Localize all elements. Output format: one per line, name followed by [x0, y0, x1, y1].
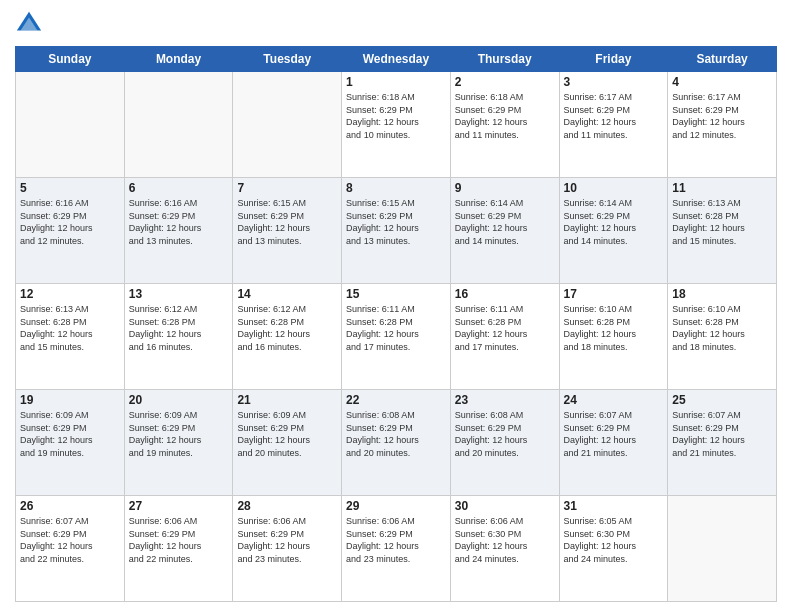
day-info: Sunrise: 6:08 AM Sunset: 6:29 PM Dayligh… [346, 409, 446, 459]
calendar-cell: 30Sunrise: 6:06 AM Sunset: 6:30 PM Dayli… [450, 496, 559, 602]
day-number: 30 [455, 499, 555, 513]
calendar-day-header: Saturday [668, 47, 777, 72]
day-number: 12 [20, 287, 120, 301]
calendar-week-row: 19Sunrise: 6:09 AM Sunset: 6:29 PM Dayli… [16, 390, 777, 496]
logo-icon [15, 10, 43, 38]
day-number: 29 [346, 499, 446, 513]
calendar-cell: 1Sunrise: 6:18 AM Sunset: 6:29 PM Daylig… [342, 72, 451, 178]
calendar-cell: 14Sunrise: 6:12 AM Sunset: 6:28 PM Dayli… [233, 284, 342, 390]
day-number: 17 [564, 287, 664, 301]
day-info: Sunrise: 6:05 AM Sunset: 6:30 PM Dayligh… [564, 515, 664, 565]
day-info: Sunrise: 6:14 AM Sunset: 6:29 PM Dayligh… [564, 197, 664, 247]
day-number: 9 [455, 181, 555, 195]
calendar-week-row: 5Sunrise: 6:16 AM Sunset: 6:29 PM Daylig… [16, 178, 777, 284]
day-number: 11 [672, 181, 772, 195]
calendar-cell: 21Sunrise: 6:09 AM Sunset: 6:29 PM Dayli… [233, 390, 342, 496]
day-number: 18 [672, 287, 772, 301]
calendar-cell: 29Sunrise: 6:06 AM Sunset: 6:29 PM Dayli… [342, 496, 451, 602]
day-number: 16 [455, 287, 555, 301]
calendar-cell: 3Sunrise: 6:17 AM Sunset: 6:29 PM Daylig… [559, 72, 668, 178]
day-info: Sunrise: 6:06 AM Sunset: 6:29 PM Dayligh… [346, 515, 446, 565]
logo [15, 10, 47, 38]
day-info: Sunrise: 6:08 AM Sunset: 6:29 PM Dayligh… [455, 409, 555, 459]
day-info: Sunrise: 6:10 AM Sunset: 6:28 PM Dayligh… [672, 303, 772, 353]
day-number: 5 [20, 181, 120, 195]
calendar-cell: 28Sunrise: 6:06 AM Sunset: 6:29 PM Dayli… [233, 496, 342, 602]
day-number: 7 [237, 181, 337, 195]
day-info: Sunrise: 6:09 AM Sunset: 6:29 PM Dayligh… [129, 409, 229, 459]
calendar-cell: 17Sunrise: 6:10 AM Sunset: 6:28 PM Dayli… [559, 284, 668, 390]
calendar-cell: 23Sunrise: 6:08 AM Sunset: 6:29 PM Dayli… [450, 390, 559, 496]
day-info: Sunrise: 6:10 AM Sunset: 6:28 PM Dayligh… [564, 303, 664, 353]
calendar-cell [124, 72, 233, 178]
calendar-cell: 15Sunrise: 6:11 AM Sunset: 6:28 PM Dayli… [342, 284, 451, 390]
day-info: Sunrise: 6:09 AM Sunset: 6:29 PM Dayligh… [20, 409, 120, 459]
calendar-day-header: Monday [124, 47, 233, 72]
day-number: 2 [455, 75, 555, 89]
day-info: Sunrise: 6:15 AM Sunset: 6:29 PM Dayligh… [237, 197, 337, 247]
calendar-cell: 22Sunrise: 6:08 AM Sunset: 6:29 PM Dayli… [342, 390, 451, 496]
calendar-cell: 11Sunrise: 6:13 AM Sunset: 6:28 PM Dayli… [668, 178, 777, 284]
calendar-week-row: 26Sunrise: 6:07 AM Sunset: 6:29 PM Dayli… [16, 496, 777, 602]
day-number: 22 [346, 393, 446, 407]
calendar-cell: 12Sunrise: 6:13 AM Sunset: 6:28 PM Dayli… [16, 284, 125, 390]
day-info: Sunrise: 6:17 AM Sunset: 6:29 PM Dayligh… [672, 91, 772, 141]
day-info: Sunrise: 6:16 AM Sunset: 6:29 PM Dayligh… [20, 197, 120, 247]
calendar-week-row: 1Sunrise: 6:18 AM Sunset: 6:29 PM Daylig… [16, 72, 777, 178]
day-number: 19 [20, 393, 120, 407]
calendar-cell: 4Sunrise: 6:17 AM Sunset: 6:29 PM Daylig… [668, 72, 777, 178]
day-info: Sunrise: 6:18 AM Sunset: 6:29 PM Dayligh… [455, 91, 555, 141]
calendar-cell: 8Sunrise: 6:15 AM Sunset: 6:29 PM Daylig… [342, 178, 451, 284]
day-number: 20 [129, 393, 229, 407]
day-info: Sunrise: 6:18 AM Sunset: 6:29 PM Dayligh… [346, 91, 446, 141]
day-info: Sunrise: 6:06 AM Sunset: 6:29 PM Dayligh… [129, 515, 229, 565]
day-info: Sunrise: 6:11 AM Sunset: 6:28 PM Dayligh… [346, 303, 446, 353]
day-number: 24 [564, 393, 664, 407]
calendar-cell: 16Sunrise: 6:11 AM Sunset: 6:28 PM Dayli… [450, 284, 559, 390]
calendar-cell: 26Sunrise: 6:07 AM Sunset: 6:29 PM Dayli… [16, 496, 125, 602]
day-info: Sunrise: 6:13 AM Sunset: 6:28 PM Dayligh… [672, 197, 772, 247]
calendar-cell: 13Sunrise: 6:12 AM Sunset: 6:28 PM Dayli… [124, 284, 233, 390]
day-info: Sunrise: 6:06 AM Sunset: 6:29 PM Dayligh… [237, 515, 337, 565]
day-info: Sunrise: 6:07 AM Sunset: 6:29 PM Dayligh… [20, 515, 120, 565]
calendar-day-header: Friday [559, 47, 668, 72]
calendar-cell: 10Sunrise: 6:14 AM Sunset: 6:29 PM Dayli… [559, 178, 668, 284]
calendar-day-header: Tuesday [233, 47, 342, 72]
day-info: Sunrise: 6:14 AM Sunset: 6:29 PM Dayligh… [455, 197, 555, 247]
day-info: Sunrise: 6:06 AM Sunset: 6:30 PM Dayligh… [455, 515, 555, 565]
day-number: 23 [455, 393, 555, 407]
calendar-cell [233, 72, 342, 178]
day-info: Sunrise: 6:15 AM Sunset: 6:29 PM Dayligh… [346, 197, 446, 247]
calendar-cell: 9Sunrise: 6:14 AM Sunset: 6:29 PM Daylig… [450, 178, 559, 284]
day-info: Sunrise: 6:07 AM Sunset: 6:29 PM Dayligh… [564, 409, 664, 459]
calendar-header-row: SundayMondayTuesdayWednesdayThursdayFrid… [16, 47, 777, 72]
day-number: 8 [346, 181, 446, 195]
calendar-cell: 2Sunrise: 6:18 AM Sunset: 6:29 PM Daylig… [450, 72, 559, 178]
calendar-cell: 19Sunrise: 6:09 AM Sunset: 6:29 PM Dayli… [16, 390, 125, 496]
day-info: Sunrise: 6:13 AM Sunset: 6:28 PM Dayligh… [20, 303, 120, 353]
calendar-cell: 5Sunrise: 6:16 AM Sunset: 6:29 PM Daylig… [16, 178, 125, 284]
day-number: 1 [346, 75, 446, 89]
calendar-day-header: Sunday [16, 47, 125, 72]
day-number: 25 [672, 393, 772, 407]
calendar-table: SundayMondayTuesdayWednesdayThursdayFrid… [15, 46, 777, 602]
day-number: 10 [564, 181, 664, 195]
calendar-cell: 7Sunrise: 6:15 AM Sunset: 6:29 PM Daylig… [233, 178, 342, 284]
calendar-cell: 18Sunrise: 6:10 AM Sunset: 6:28 PM Dayli… [668, 284, 777, 390]
calendar-cell: 31Sunrise: 6:05 AM Sunset: 6:30 PM Dayli… [559, 496, 668, 602]
day-info: Sunrise: 6:11 AM Sunset: 6:28 PM Dayligh… [455, 303, 555, 353]
calendar-cell: 27Sunrise: 6:06 AM Sunset: 6:29 PM Dayli… [124, 496, 233, 602]
calendar-cell: 20Sunrise: 6:09 AM Sunset: 6:29 PM Dayli… [124, 390, 233, 496]
day-number: 26 [20, 499, 120, 513]
calendar-cell [16, 72, 125, 178]
day-info: Sunrise: 6:12 AM Sunset: 6:28 PM Dayligh… [237, 303, 337, 353]
calendar-cell: 6Sunrise: 6:16 AM Sunset: 6:29 PM Daylig… [124, 178, 233, 284]
calendar-day-header: Thursday [450, 47, 559, 72]
day-number: 21 [237, 393, 337, 407]
day-number: 13 [129, 287, 229, 301]
day-info: Sunrise: 6:17 AM Sunset: 6:29 PM Dayligh… [564, 91, 664, 141]
day-number: 28 [237, 499, 337, 513]
day-number: 27 [129, 499, 229, 513]
day-number: 15 [346, 287, 446, 301]
page: SundayMondayTuesdayWednesdayThursdayFrid… [0, 0, 792, 612]
